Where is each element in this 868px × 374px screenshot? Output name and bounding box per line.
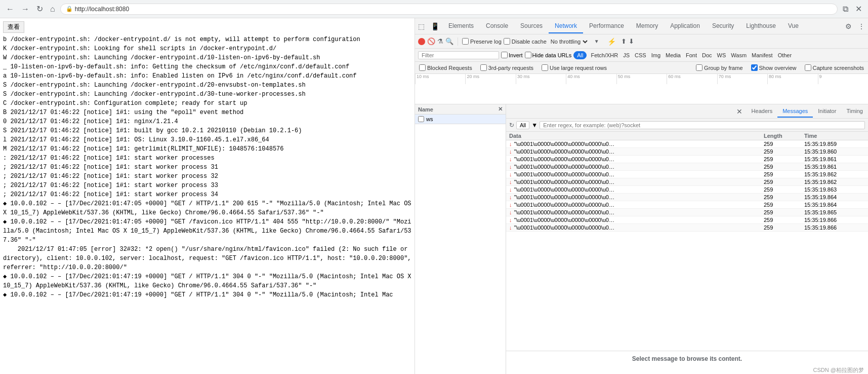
clear-button[interactable]: 🚫 [427,38,435,45]
show-overview-label[interactable]: Show overview [751,64,797,71]
refresh-messages-button[interactable]: ↻ [509,122,514,129]
ws-checkbox[interactable] [418,116,424,122]
use-large-rows-label[interactable]: Use large request rows [542,64,607,71]
refresh-button[interactable]: ↻ [34,3,45,15]
devtools-tab-performance[interactable]: Performance [583,19,630,33]
message-row[interactable]: ↓"\u0001\u0000\u0000\u0000\u0000\u0000..… [506,171,868,178]
devtools-inspect-icon[interactable]: ⬚ [415,20,428,32]
devtools-more-icon[interactable]: ⋮ [855,20,868,32]
back-button[interactable]: ← [4,4,16,15]
search-button[interactable]: 🔍 [445,38,453,45]
blocked-requests-checkbox[interactable] [419,64,426,71]
timeline-tick: 9 [818,74,868,84]
group-by-frame-checkbox[interactable] [696,64,702,71]
disable-cache-label[interactable]: Disable cache [504,38,547,45]
detail-tab-headers[interactable]: Headers [747,105,778,118]
export-button[interactable]: ⬇ [629,38,634,45]
filter-type-css[interactable]: CSS [633,52,648,59]
preserve-log-label[interactable]: Preserve log [462,38,502,45]
devtools-tab-application[interactable]: Application [664,19,706,33]
throttle-select[interactable]: No throttling [549,38,589,45]
message-time: 15:35:19.866 [804,225,865,231]
forward-button[interactable]: → [19,4,31,15]
message-row[interactable]: ↓"\u0001\u0000\u0000\u0000\u0000\u0000..… [506,156,868,163]
capture-screenshots-label[interactable]: Capture screenshots [805,64,864,71]
devtools-tab-vue[interactable]: Vue [782,19,805,33]
message-row[interactable]: ↓"\u0001\u0000\u0000\u0000\u0000\u0000..… [506,178,868,186]
filter-input[interactable] [418,51,499,59]
message-row[interactable]: ↓"\u0001\u0000\u0000\u0000\u0000\u0000..… [506,186,868,194]
third-party-label[interactable]: 3rd-party requests [480,64,533,71]
devtools-tab-sources[interactable]: Sources [514,19,549,33]
address-bar[interactable]: 🔒 http://localhost:8080 [60,4,838,15]
filter-type-fetch/xhr[interactable]: Fetch/XHR [589,52,620,59]
filter-type-img[interactable]: Img [649,52,663,59]
filter-type-wasm[interactable]: Wasm [729,52,749,59]
disable-cache-checkbox[interactable] [504,38,510,45]
detail-tab-timing[interactable]: Timing [841,105,868,118]
filter-type-ws[interactable]: WS [715,52,728,59]
regex-input[interactable] [540,121,865,129]
message-data-text: "\u0001\u0000\u0000\u0000\u0000\u0000... [514,164,615,170]
filter-type-font[interactable]: Font [684,52,699,59]
message-row[interactable]: ↓"\u0001\u0000\u0000\u0000\u0000\u0000..… [506,224,868,232]
message-row[interactable]: ↓"\u0001\u0000\u0000\u0000\u0000\u0000..… [506,140,868,148]
filter-type-media[interactable]: Media [664,52,683,59]
devtools-tab-lighthouse[interactable]: Lighthouse [740,19,782,33]
filter-type-other[interactable]: Other [776,52,794,59]
message-length: 259 [764,148,804,155]
blocked-requests-label[interactable]: Blocked Requests [419,64,472,71]
message-time: 15:35:19.861 [804,164,865,170]
import-button[interactable]: ⬆ [621,38,627,45]
network-conditions-icon[interactable]: ⚡ [604,35,619,48]
invert-label[interactable]: Invert [501,52,523,58]
filter-type-js[interactable]: JS [621,52,632,59]
detail-tab-messages[interactable]: Messages [777,105,813,118]
message-row[interactable]: ↓"\u0001\u0000\u0000\u0000\u0000\u0000..… [506,216,868,224]
close-detail-icon[interactable]: ✕ [498,106,503,113]
message-row[interactable]: ↓"\u0001\u0000\u0000\u0000\u0000\u0000..… [506,194,868,201]
message-row[interactable]: ↓"\u0001\u0000\u0000\u0000\u0000\u0000..… [506,209,868,216]
devtools-tab-console[interactable]: Console [480,19,514,33]
view-button[interactable]: 查看 [3,21,24,33]
window-btn1[interactable]: ⧉ [841,4,850,15]
arrow-filter-button[interactable]: ▼ [531,122,538,129]
home-button[interactable]: ⌂ [48,4,57,15]
detail-close-button[interactable]: ✕ [732,107,747,116]
preserve-log-checkbox[interactable] [462,38,469,45]
filter-type-manifest[interactable]: Manifest [750,52,775,59]
devtools-tab-elements[interactable]: Elements [442,19,480,33]
message-length: 259 [764,164,804,170]
capture-screenshots-checkbox[interactable] [805,64,811,71]
devtools-device-icon[interactable]: 📱 [428,20,442,32]
invert-checkbox[interactable] [501,52,508,58]
filter-chip-all[interactable]: All [573,51,587,59]
devtools-tab-memory[interactable]: Memory [630,19,664,33]
use-large-rows-checkbox[interactable] [542,64,548,71]
filter-button[interactable]: ⚗ [437,38,443,45]
message-data: ↓"\u0001\u0000\u0000\u0000\u0000\u0000..… [509,194,764,200]
group-by-frame-label[interactable]: Group by frame [696,64,742,71]
third-party-checkbox[interactable] [480,64,487,71]
ws-row[interactable]: ws [415,115,506,124]
message-row[interactable]: ↓"\u0001\u0000\u0000\u0000\u0000\u0000..… [506,148,868,156]
detail-tab-initiator[interactable]: Initiator [813,105,841,118]
record-button[interactable] [418,38,425,45]
all-messages-button[interactable]: All [516,121,529,129]
filter-type-doc[interactable]: Doc [700,52,714,59]
show-overview-checkbox[interactable] [751,64,758,71]
message-direction-icon: ↓ [509,156,512,162]
window-btn2[interactable]: ✕ [853,3,864,15]
devtools-tab-security[interactable]: Security [706,19,740,33]
throttle-arrow-icon[interactable]: ▼ [591,36,602,46]
hide-data-urls-checkbox[interactable] [525,52,531,58]
devtools-settings-icon[interactable]: ⚙ [842,20,855,32]
message-data: ↓"\u0001\u0000\u0000\u0000\u0000\u0000..… [509,179,764,185]
timeline-tick: 70 ms [717,74,767,84]
hide-data-urls-label[interactable]: Hide data URLs [525,52,572,58]
options-row: Blocked Requests 3rd-party requests Use … [415,62,868,74]
message-row[interactable]: ↓"\u0001\u0000\u0000\u0000\u0000\u0000..… [506,163,868,171]
devtools-tab-network[interactable]: Network [549,19,583,33]
message-data-text: "\u0001\u0000\u0000\u0000\u0000\u0000... [514,186,615,193]
message-row[interactable]: ↓"\u0001\u0000\u0000\u0000\u0000\u0000..… [506,201,868,209]
